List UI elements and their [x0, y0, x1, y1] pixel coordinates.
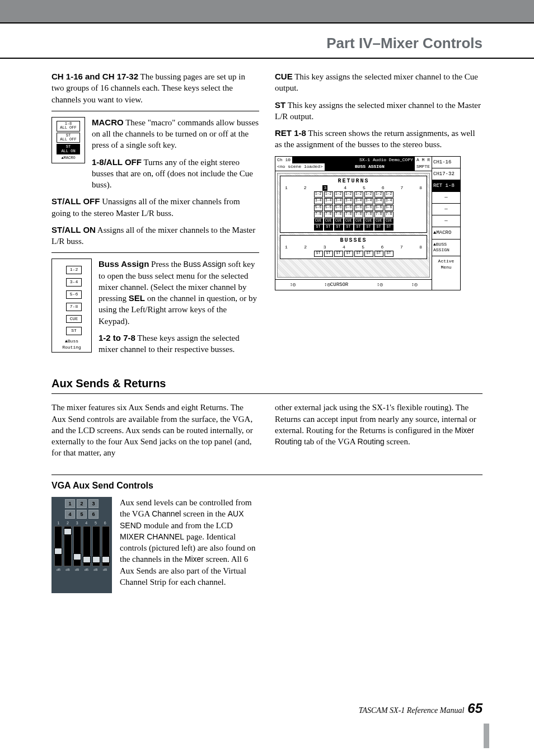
- macro-text: MACRO These "macro" commands allow busse…: [92, 117, 259, 196]
- macro-fig-18: 1-8ALL OFF: [57, 121, 80, 132]
- lcd-row-78: 7-87-87-87-87-87-87-87-8: [283, 212, 424, 218]
- page-number: 65: [467, 699, 483, 717]
- lcd-titlebar: Ch 10 SX-1 Audio Demo_COPY A M R: [275, 157, 432, 164]
- aux-p1: The mixer features six Aux Sends and eig…: [51, 402, 259, 458]
- aux-key-routing: Routing: [358, 437, 385, 446]
- lcd-cursor: ↕◎CURSOR: [324, 281, 348, 288]
- page-content: CH 1-16 and CH 17-32 The bussing pages a…: [0, 59, 534, 593]
- lcd-row-12: 1-21-21-21-21-21-21-21-2: [283, 191, 424, 198]
- lcd-sk-dash1: —: [432, 192, 460, 204]
- macro-fig-caption: ▲MACRO: [53, 156, 83, 161]
- aux-btn-1: 1: [65, 499, 75, 508]
- lcd-footer: ↕◎ ↕◎CURSOR ↕◎ ↕◎: [275, 279, 432, 290]
- vga-aux-row: 1 2 3 4 5 6 123456: [51, 497, 483, 593]
- buss-cell-12: 1-2: [66, 266, 82, 274]
- aux-btn-6: 6: [88, 510, 99, 519]
- lcd-screenshot: Ch 10 SX-1 Audio Demo_COPY A M R <no sce…: [275, 156, 461, 291]
- page-header: Part IV–Mixer Controls: [0, 24, 534, 59]
- lcd-sk-ch116: CH1-16: [432, 157, 460, 168]
- bussassign-figure: 1-2 3-4 5-6 7-8 CUE ST ▲Buss Routing: [51, 259, 92, 352]
- top-gray-bar: [0, 0, 534, 24]
- divider: [51, 252, 259, 253]
- lcd-busses-nums: 12345678: [283, 245, 424, 251]
- key-mixer: Mixer: [185, 555, 204, 564]
- aux-send-figure: 1 2 3 4 5 6 123456: [51, 497, 112, 593]
- ba-sel: SEL: [129, 293, 145, 303]
- lcd-enc-4: ↕◎: [411, 281, 418, 288]
- ba-12-78-title: 1-2 to 7-8: [99, 333, 135, 342]
- buss-fig-caption: ▲Buss Routing: [54, 339, 90, 351]
- lcd-row-st: STSTSTSTSTSTSTST: [283, 224, 424, 231]
- macro-fig-stoff: STALL OFF: [57, 133, 80, 143]
- aux-section-title: Aux Sends & Returns: [51, 376, 483, 394]
- left-column: CH 1-16 and CH 17-32 The bussing pages a…: [51, 71, 259, 360]
- lcd-sk-dash3: —: [432, 215, 460, 227]
- ba-key-bussassign: Buss Assign: [184, 260, 226, 269]
- st-body: This key assigns the selected mixer chan…: [275, 101, 481, 121]
- macro-fig-ston: STALL ON: [57, 144, 80, 154]
- lcd-ch: Ch 10: [275, 157, 292, 164]
- lcd-row-56: 5-65-65-65-65-65-65-65-6: [283, 205, 424, 211]
- macro-title: MACRO: [92, 118, 124, 127]
- aux-db-row: dBdBdBdBdBdB: [54, 567, 110, 572]
- stoff-title: ST/ALL OFF: [51, 196, 100, 206]
- lcd-amr: A M R: [415, 157, 432, 164]
- upper-columns: CH 1-16 and CH 17-32 The bussing pages a…: [51, 71, 483, 360]
- lcd-enc-1: ↕◎: [289, 281, 296, 288]
- lcd-returns-panel: RETURNS 12345678 1-21-21-21-21-21-21-21-…: [280, 176, 427, 233]
- aux-btn-4: 4: [65, 510, 75, 519]
- lcd-scene: <no scene loaded>: [275, 163, 325, 171]
- bussassign-title: Buss Assign: [99, 259, 149, 269]
- aux-intro-columns: The mixer features six Aux Sends and eig…: [51, 402, 483, 464]
- st-title: ST: [275, 100, 285, 110]
- lcd-returns-title: RETURNS: [283, 177, 424, 185]
- key-mixerchannel: MIXER CHANNEL: [120, 532, 184, 541]
- buss-cell-34: 3-4: [66, 278, 82, 287]
- buss-cell-56: 5-6: [66, 290, 82, 299]
- ston-title: ST/ALL ON: [51, 225, 96, 234]
- right-column: CUE This key assigns the selected mixer …: [275, 71, 483, 360]
- cue-body: This key assigns the selected mixer chan…: [275, 72, 478, 92]
- lcd-row-cue: CUECUECUECUECUECUECUECUE: [283, 218, 424, 224]
- ret-title: RET 1-8: [275, 128, 306, 138]
- lcd-sk-macro: ▲MACRO: [432, 227, 460, 239]
- ch-title: CH 1-16 and CH 17-32: [51, 72, 138, 81]
- buss-cell-st: ST: [66, 327, 82, 335]
- macro-18-title: 1-8/ALL OFF: [92, 157, 142, 167]
- lcd-sk-active: Active Menu: [432, 256, 460, 273]
- vga-aux-subtitle: VGA Aux Send Controls: [51, 475, 483, 492]
- bussassign-text: Buss Assign Press the Buss Assign soft k…: [99, 259, 259, 360]
- lcd-busses-title: BUSSES: [283, 237, 424, 245]
- lcd-busses-panel: BUSSES 12345678 STSTSTSTSTSTSTST: [280, 235, 427, 259]
- part-title: Part IV–Mixer Controls: [326, 34, 483, 53]
- aux-btn-2: 2: [77, 499, 87, 508]
- lcd-sk-ch1732: CH17-32: [432, 168, 460, 180]
- lcd-sk-dash2: —: [432, 204, 460, 215]
- ba-a: Press the: [149, 260, 183, 269]
- macro-figure: 1-8ALL OFF STALL OFF STALL ON ▲MACRO: [51, 117, 85, 164]
- aux-scale: 123456: [54, 520, 110, 525]
- lcd-busses-st: STSTSTSTSTSTSTST: [283, 251, 424, 257]
- lcd-enc-3: ↕◎: [377, 281, 383, 288]
- divider: [51, 111, 259, 111]
- footer-ref: TASCAM SX-1 Reference Manual: [359, 706, 465, 716]
- lcd-sk-buss: ▲BUSS ASSIGN: [432, 240, 460, 257]
- buss-cell-78: 7-8: [66, 303, 82, 311]
- macro-block: 1-8ALL OFF STALL OFF STALL ON ▲MACRO MAC…: [51, 117, 259, 196]
- aux-faders: [54, 527, 110, 566]
- key-channel: Channel: [152, 509, 181, 518]
- aux-btn-5: 5: [77, 510, 87, 519]
- lcd-returns-nums: 12345678: [283, 185, 424, 191]
- cue-title: CUE: [275, 72, 293, 81]
- buss-cell-cue: CUE: [66, 315, 82, 323]
- aux-btn-3: 3: [88, 499, 99, 508]
- lcd-row-34: 3-43-43-43-43-43-43-43-4: [283, 198, 424, 204]
- lcd-file: SX-1 Audio Demo_COPY: [292, 157, 415, 164]
- lcd-screen-name: BUSS ASSIGN: [325, 163, 415, 171]
- aux-p2: other external jack using the SX-1's fle…: [275, 402, 483, 447]
- vga-aux-body: Aux send levels can be controlled from t…: [120, 497, 259, 588]
- lcd-softkeys: CH1-16 CH17-32 RET 1-8 — — — ▲MACRO ▲BUS…: [432, 157, 460, 290]
- lcd-smpte: SMPTE: [415, 163, 432, 171]
- lcd-sk-ret: RET 1-8: [432, 180, 460, 192]
- ch-paragraph: CH 1-16 and CH 17-32 The bussing pages a…: [51, 71, 259, 105]
